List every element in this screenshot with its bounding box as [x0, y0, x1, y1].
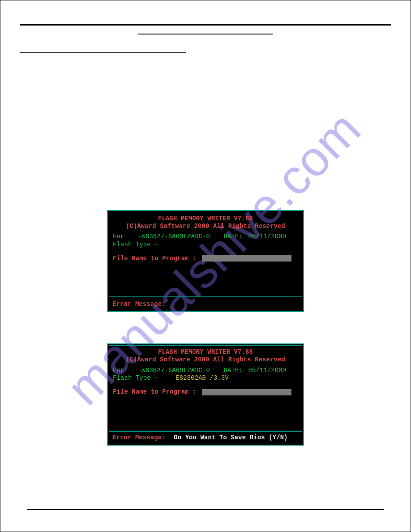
flash-type-label: Flash Type -: [113, 375, 158, 382]
flash-writer-window: FLASH MEMORY WRITER V7.88 (C)Award Softw…: [107, 210, 304, 312]
app-title: FLASH MEMORY WRITER V7.88: [113, 348, 298, 356]
for-label: For: [113, 233, 124, 240]
error-bar: Error Message:: [109, 298, 302, 310]
section-rule: [20, 52, 186, 53]
error-bar: Error Message: Do You Want To Save Bios …: [109, 431, 302, 444]
flash-writer-window: FLASH MEMORY WRITER V7.88 (C)Award Softw…: [107, 343, 304, 446]
for-label: For: [113, 367, 124, 374]
error-label: Error Message:: [112, 434, 166, 441]
filename-input[interactable]: [202, 255, 291, 262]
date-label: DATE:: [224, 233, 243, 240]
copyright-line: (C)Award Software 2000 All Rights Reserv…: [113, 356, 298, 364]
flash-type-value: E82802AB /3.3V: [176, 375, 229, 382]
app-title: FLASH MEMORY WRITER V7.88: [113, 215, 298, 223]
date-label: DATE:: [224, 367, 243, 374]
date-value: 05/11/2000: [248, 233, 286, 240]
subtitle-rule: [138, 34, 273, 34]
for-value: -W83627-6A69LPA9C-0: [138, 367, 210, 374]
copyright-line: (C)Award Software 2000 All Rights Reserv…: [113, 223, 298, 230]
flash-type-label: Flash Type -: [113, 241, 158, 248]
error-value: Do You Want To Save Bios (Y/N): [174, 434, 287, 441]
filename-input[interactable]: [202, 389, 291, 395]
terminal-screenshot-1: FLASH MEMORY WRITER V7.88 (C)Award Softw…: [20, 210, 391, 312]
terminal-screenshot-2: FLASH MEMORY WRITER V7.88 (C)Award Softw…: [20, 343, 391, 446]
terminal-body: FLASH MEMORY WRITER V7.88 (C)Award Softw…: [109, 345, 302, 430]
date-value: 05/11/2000: [248, 367, 286, 374]
program-label: File Name to Program :: [113, 389, 197, 395]
bottom-rule: [27, 509, 384, 510]
terminal-body: FLASH MEMORY WRITER V7.88 (C)Award Softw…: [109, 212, 302, 297]
top-rule: [20, 24, 391, 26]
error-label: Error Message:: [112, 301, 166, 308]
document-page: manualshive.com FLASH MEMORY WRITER V7.8…: [0, 0, 411, 532]
program-label: File Name to Program :: [113, 255, 197, 262]
for-value: -W83627-6A69LPA9C-0: [138, 233, 210, 240]
